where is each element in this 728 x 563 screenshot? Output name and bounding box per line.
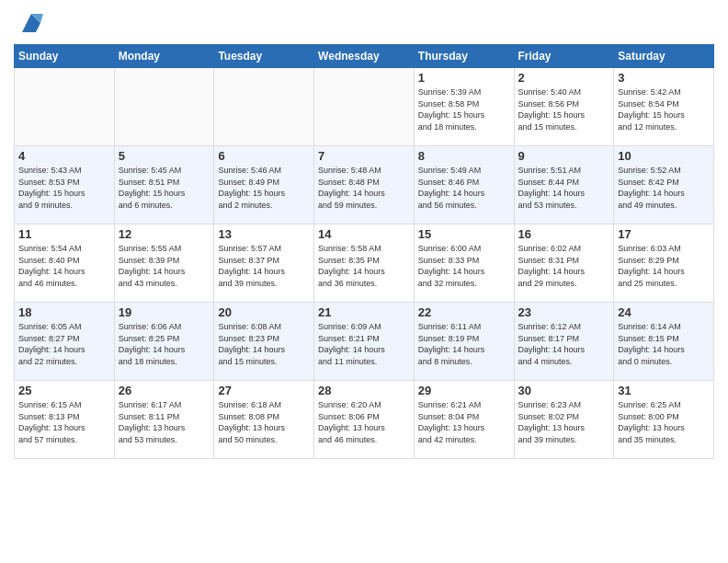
day-number: 11	[18, 227, 110, 241]
calendar-day-cell: 27Sunrise: 6:18 AM Sunset: 8:08 PM Dayli…	[214, 381, 314, 459]
calendar-day-cell	[15, 68, 115, 146]
calendar-day-cell: 23Sunrise: 6:12 AM Sunset: 8:17 PM Dayli…	[514, 303, 614, 381]
day-info: Sunrise: 6:20 AM Sunset: 8:06 PM Dayligh…	[318, 399, 410, 445]
day-info: Sunrise: 6:09 AM Sunset: 8:21 PM Dayligh…	[318, 321, 410, 367]
day-info: Sunrise: 5:49 AM Sunset: 8:46 PM Dayligh…	[418, 165, 510, 211]
calendar-day-cell: 14Sunrise: 5:58 AM Sunset: 8:35 PM Dayli…	[314, 224, 415, 303]
calendar-day-cell: 9Sunrise: 5:51 AM Sunset: 8:44 PM Daylig…	[514, 146, 614, 224]
day-info: Sunrise: 5:39 AM Sunset: 8:58 PM Dayligh…	[418, 86, 510, 132]
day-number: 24	[618, 305, 710, 319]
calendar-day-cell: 10Sunrise: 5:52 AM Sunset: 8:42 PM Dayli…	[614, 146, 714, 224]
day-number: 10	[618, 149, 710, 163]
calendar-table: SundayMondayTuesdayWednesdayThursdayFrid…	[14, 44, 714, 459]
day-number: 3	[618, 71, 710, 85]
calendar-day-cell	[114, 68, 214, 146]
calendar-day-cell: 28Sunrise: 6:20 AM Sunset: 8:06 PM Dayli…	[314, 381, 415, 459]
calendar-day-cell: 7Sunrise: 5:48 AM Sunset: 8:48 PM Daylig…	[314, 146, 415, 224]
day-info: Sunrise: 6:21 AM Sunset: 8:04 PM Dayligh…	[418, 399, 510, 445]
calendar-day-cell: 19Sunrise: 6:06 AM Sunset: 8:25 PM Dayli…	[114, 303, 214, 381]
day-info: Sunrise: 6:03 AM Sunset: 8:29 PM Dayligh…	[618, 243, 710, 289]
weekday-header: Thursday	[414, 45, 514, 68]
calendar-week-row: 25Sunrise: 6:15 AM Sunset: 8:13 PM Dayli…	[15, 381, 714, 459]
day-info: Sunrise: 6:15 AM Sunset: 8:13 PM Dayligh…	[18, 399, 110, 445]
logo-icon	[17, 9, 45, 37]
calendar-day-cell: 26Sunrise: 6:17 AM Sunset: 8:11 PM Dayli…	[114, 381, 214, 459]
day-number: 14	[318, 227, 410, 241]
day-info: Sunrise: 5:48 AM Sunset: 8:48 PM Dayligh…	[318, 165, 410, 211]
day-number: 16	[518, 227, 610, 241]
day-number: 18	[18, 305, 110, 319]
day-number: 15	[418, 227, 510, 241]
day-number: 4	[18, 149, 110, 163]
calendar-day-cell: 24Sunrise: 6:14 AM Sunset: 8:15 PM Dayli…	[614, 303, 714, 381]
day-number: 30	[518, 384, 610, 397]
day-number: 13	[218, 227, 310, 241]
calendar-day-cell: 17Sunrise: 6:03 AM Sunset: 8:29 PM Dayli…	[614, 224, 714, 303]
day-number: 28	[318, 384, 410, 397]
day-number: 26	[119, 384, 210, 397]
day-info: Sunrise: 6:17 AM Sunset: 8:11 PM Dayligh…	[119, 399, 210, 445]
day-number: 23	[518, 305, 610, 319]
calendar-day-cell: 5Sunrise: 5:45 AM Sunset: 8:51 PM Daylig…	[114, 146, 214, 224]
calendar-day-cell: 8Sunrise: 5:49 AM Sunset: 8:46 PM Daylig…	[414, 146, 514, 224]
calendar-week-row: 1Sunrise: 5:39 AM Sunset: 8:58 PM Daylig…	[15, 68, 714, 146]
day-info: Sunrise: 5:51 AM Sunset: 8:44 PM Dayligh…	[518, 165, 610, 211]
weekday-header: Tuesday	[214, 45, 314, 68]
day-info: Sunrise: 6:08 AM Sunset: 8:23 PM Dayligh…	[218, 321, 310, 367]
weekday-header: Sunday	[15, 45, 115, 68]
calendar-day-cell: 18Sunrise: 6:05 AM Sunset: 8:27 PM Dayli…	[15, 303, 115, 381]
day-info: Sunrise: 6:23 AM Sunset: 8:02 PM Dayligh…	[518, 399, 610, 445]
day-number: 29	[418, 384, 510, 397]
day-info: Sunrise: 6:06 AM Sunset: 8:25 PM Dayligh…	[119, 321, 210, 367]
calendar-day-cell: 6Sunrise: 5:46 AM Sunset: 8:49 PM Daylig…	[214, 146, 314, 224]
day-number: 17	[618, 227, 710, 241]
day-number: 12	[119, 227, 210, 241]
calendar-day-cell: 4Sunrise: 5:43 AM Sunset: 8:53 PM Daylig…	[15, 146, 115, 224]
calendar-day-cell: 11Sunrise: 5:54 AM Sunset: 8:40 PM Dayli…	[15, 224, 115, 303]
day-number: 5	[119, 149, 210, 163]
header	[14, 9, 714, 37]
day-info: Sunrise: 6:11 AM Sunset: 8:19 PM Dayligh…	[418, 321, 510, 367]
day-info: Sunrise: 5:54 AM Sunset: 8:40 PM Dayligh…	[18, 243, 110, 289]
calendar-day-cell: 21Sunrise: 6:09 AM Sunset: 8:21 PM Dayli…	[314, 303, 415, 381]
day-info: Sunrise: 5:58 AM Sunset: 8:35 PM Dayligh…	[318, 243, 410, 289]
weekday-header-row: SundayMondayTuesdayWednesdayThursdayFrid…	[15, 45, 714, 68]
calendar-day-cell: 15Sunrise: 6:00 AM Sunset: 8:33 PM Dayli…	[414, 224, 514, 303]
day-info: Sunrise: 5:45 AM Sunset: 8:51 PM Dayligh…	[119, 165, 210, 211]
calendar-page: SundayMondayTuesdayWednesdayThursdayFrid…	[0, 0, 728, 563]
weekday-header: Friday	[514, 45, 614, 68]
calendar-day-cell: 1Sunrise: 5:39 AM Sunset: 8:58 PM Daylig…	[414, 68, 514, 146]
calendar-day-cell: 31Sunrise: 6:25 AM Sunset: 8:00 PM Dayli…	[614, 381, 714, 459]
day-info: Sunrise: 6:14 AM Sunset: 8:15 PM Dayligh…	[618, 321, 710, 367]
day-number: 6	[218, 149, 310, 163]
day-number: 21	[318, 305, 410, 319]
day-number: 19	[119, 305, 210, 319]
weekday-header: Wednesday	[314, 45, 415, 68]
day-info: Sunrise: 6:25 AM Sunset: 8:00 PM Dayligh…	[618, 399, 710, 445]
day-number: 27	[218, 384, 310, 397]
day-info: Sunrise: 5:40 AM Sunset: 8:56 PM Dayligh…	[518, 86, 610, 132]
day-info: Sunrise: 6:05 AM Sunset: 8:27 PM Dayligh…	[18, 321, 110, 367]
calendar-day-cell: 2Sunrise: 5:40 AM Sunset: 8:56 PM Daylig…	[514, 68, 614, 146]
calendar-day-cell: 16Sunrise: 6:02 AM Sunset: 8:31 PM Dayli…	[514, 224, 614, 303]
day-number: 20	[218, 305, 310, 319]
day-number: 25	[18, 384, 110, 397]
day-info: Sunrise: 5:46 AM Sunset: 8:49 PM Dayligh…	[218, 165, 310, 211]
day-info: Sunrise: 5:42 AM Sunset: 8:54 PM Dayligh…	[618, 86, 710, 132]
day-number: 7	[318, 149, 410, 163]
calendar-week-row: 4Sunrise: 5:43 AM Sunset: 8:53 PM Daylig…	[15, 146, 714, 224]
calendar-day-cell	[214, 68, 314, 146]
calendar-day-cell	[314, 68, 415, 146]
day-info: Sunrise: 6:18 AM Sunset: 8:08 PM Dayligh…	[218, 399, 310, 445]
day-info: Sunrise: 5:57 AM Sunset: 8:37 PM Dayligh…	[218, 243, 310, 289]
day-info: Sunrise: 5:55 AM Sunset: 8:39 PM Dayligh…	[119, 243, 210, 289]
day-info: Sunrise: 5:43 AM Sunset: 8:53 PM Dayligh…	[18, 165, 110, 211]
day-info: Sunrise: 6:02 AM Sunset: 8:31 PM Dayligh…	[518, 243, 610, 289]
weekday-header: Monday	[114, 45, 214, 68]
calendar-day-cell: 20Sunrise: 6:08 AM Sunset: 8:23 PM Dayli…	[214, 303, 314, 381]
logo	[14, 9, 45, 37]
day-number: 8	[418, 149, 510, 163]
day-number: 31	[618, 384, 710, 397]
day-number: 2	[518, 71, 610, 85]
calendar-day-cell: 22Sunrise: 6:11 AM Sunset: 8:19 PM Dayli…	[414, 303, 514, 381]
